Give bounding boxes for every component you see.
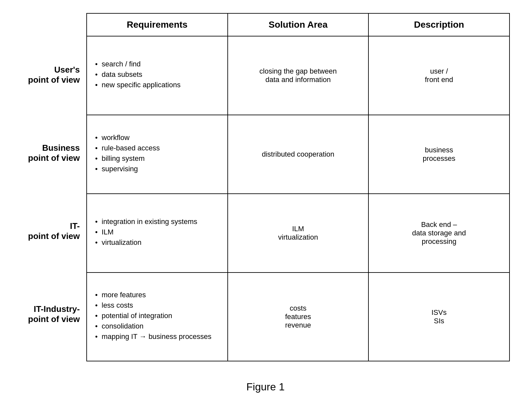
row-header-it: IT-point of view [21,192,86,270]
cell-req-4: more features less costs potential of in… [86,273,227,361]
list-item: less costs [95,301,211,310]
cell-desc-1: user /front end [368,36,510,115]
cell-desc-2: businessprocesses [368,115,510,193]
column-headers: Requirements Solution Area Description [86,13,510,36]
list-item: search / find [95,60,180,68]
bullet-list-3: integration in existing systems ILM virt… [95,217,197,249]
row-header-users: User'spoint of view [21,36,86,114]
cell-req-3: integration in existing systems ILM virt… [86,194,227,272]
cell-solution-3: ILMvirtualization [227,194,368,272]
figure-caption: Figure 1 [246,381,284,393]
grid-row-1: search / find data subsets new specific … [86,36,510,115]
col-header-description: Description [368,13,510,36]
list-item: rule-based access [95,144,160,152]
col-header-requirements: Requirements [86,13,227,36]
list-item: ILM [95,228,197,236]
list-item: workflow [95,133,160,142]
cell-solution-2: distributed cooperation [227,115,368,193]
row-header-business: Businesspoint of view [21,114,86,192]
row-header-it-industry: IT-Industry-point of view [21,270,86,358]
list-item: virtualization [95,238,197,247]
grid-row-2: workflow rule-based access billing syste… [86,115,510,193]
grid-row-4: more features less costs potential of in… [86,272,510,361]
list-item: integration in existing systems [95,217,197,226]
list-item: data subsets [95,70,180,79]
main-table: User'spoint of view Businesspoint of vie… [21,13,510,361]
cell-req-1: search / find data subsets new specific … [86,36,227,115]
list-item: billing system [95,154,160,163]
cell-desc-3: Back end –data storage andprocessing [368,194,510,272]
list-item: potential of integration [95,312,211,320]
list-item: mapping IT → business processes [95,332,211,341]
bullet-list-4: more features less costs potential of in… [95,291,211,343]
bullet-list-2: workflow rule-based access billing syste… [95,133,160,175]
cell-desc-4: ISVsSIs [368,273,510,361]
list-item: consolidation [95,322,211,330]
grid-area: Requirements Solution Area Description s… [86,13,510,361]
list-item: more features [95,291,211,299]
cell-solution-1: closing the gap betweendata and informat… [227,36,368,115]
cell-solution-4: costsfeaturesrevenue [227,273,368,361]
grid-row-3: integration in existing systems ILM virt… [86,193,510,272]
list-item: supervising [95,165,160,173]
row-headers: User'spoint of view Businesspoint of vie… [21,13,86,361]
col-header-solution-area: Solution Area [227,13,368,36]
cell-req-2: workflow rule-based access billing syste… [86,115,227,193]
bullet-list-1: search / find data subsets new specific … [95,60,180,91]
list-item: new specific applications [95,81,180,89]
